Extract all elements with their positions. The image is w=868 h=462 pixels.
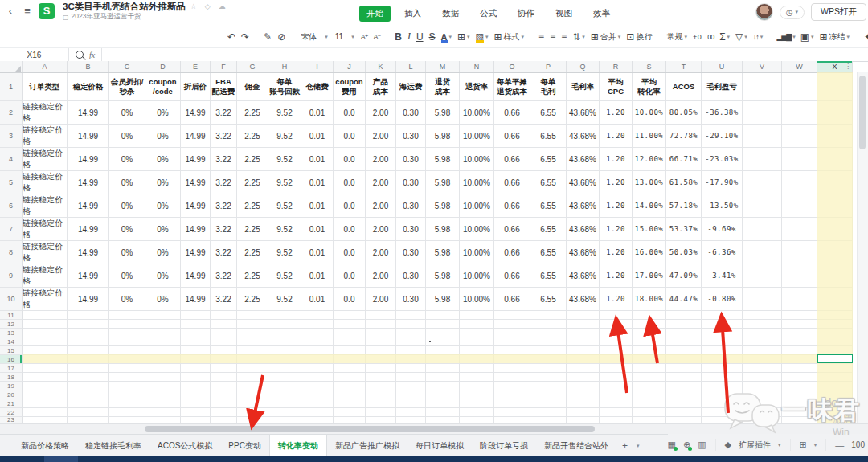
cell-G12[interactable] — [237, 320, 268, 329]
cell-M13[interactable] — [426, 329, 460, 337]
cell-K18[interactable] — [366, 373, 396, 382]
menu-tab-开始[interactable]: 开始 — [359, 6, 391, 22]
cell-B9[interactable]: 14.99 — [68, 264, 109, 288]
cell-T9[interactable]: 47.09% — [666, 264, 702, 288]
cell-J21[interactable] — [334, 399, 366, 408]
column-header-E[interactable]: E — [181, 61, 211, 72]
cell-I5[interactable]: 0.01 — [301, 171, 334, 194]
cell-W4[interactable] — [782, 148, 817, 171]
cell-E8[interactable]: 14.99 — [181, 241, 211, 264]
view-mode-icon[interactable]: ⊞ — [800, 440, 807, 450]
cell-R3[interactable]: 1.20 — [600, 125, 633, 148]
wrap-text-button[interactable]: ⊡换行 — [626, 31, 652, 43]
cell-P1[interactable]: 每单毛利 — [530, 73, 567, 101]
cell-D2[interactable]: 0% — [145, 101, 181, 125]
cell-G9[interactable]: 2.25 — [237, 264, 268, 288]
open-in-wps-button[interactable]: WPS打开 — [811, 3, 866, 21]
cell-F3[interactable]: 3.22 — [211, 125, 237, 148]
cell-Q19[interactable] — [567, 382, 600, 390]
cell-M5[interactable]: 5.98 — [426, 171, 460, 194]
cell-X10[interactable] — [817, 288, 853, 311]
cell-B16[interactable] — [68, 355, 109, 364]
cell-N6[interactable]: 10.00% — [460, 194, 494, 218]
cell-T18[interactable] — [666, 373, 702, 382]
cell-E14[interactable] — [181, 337, 211, 346]
cell-P9[interactable]: 6.55 — [530, 264, 567, 288]
cell-D6[interactable]: 0% — [145, 194, 181, 218]
cell-S21[interactable] — [633, 399, 666, 408]
sheet-tab-新品广告推广模拟[interactable]: 新品广告推广模拟 — [327, 435, 407, 456]
cell-R21[interactable] — [600, 399, 633, 408]
cell-X22[interactable] — [817, 408, 853, 417]
cell-T12[interactable] — [666, 320, 702, 329]
cell-A22[interactable] — [23, 408, 68, 417]
cell-B13[interactable] — [68, 329, 109, 337]
cell-A18[interactable] — [23, 373, 68, 382]
cell-U10[interactable]: -0.80% — [702, 288, 743, 311]
font-color-button[interactable]: A▾ — [441, 32, 452, 42]
column-header-Q[interactable]: Q — [567, 61, 600, 72]
cell-J7[interactable]: 0.0 — [334, 218, 366, 241]
cell-T17[interactable] — [666, 364, 702, 373]
cell-D17[interactable] — [145, 364, 181, 373]
column-header-S[interactable]: S — [633, 61, 666, 72]
cell-I13[interactable] — [301, 329, 334, 337]
cell-X6[interactable] — [817, 194, 853, 218]
cell-A16[interactable] — [23, 355, 68, 364]
menu-tab-效率[interactable]: 效率 — [586, 6, 617, 22]
cell-W17[interactable] — [782, 364, 817, 373]
cell-C23[interactable] — [109, 417, 145, 423]
cell-R1[interactable]: 平均CPC — [600, 73, 633, 101]
cell-N3[interactable]: 10.00% — [460, 125, 494, 148]
cell-B17[interactable] — [68, 364, 109, 373]
cell-S23[interactable] — [633, 417, 666, 423]
cell-A17[interactable] — [23, 364, 68, 373]
cell-A5[interactable]: 链接稳定价格 — [23, 171, 68, 194]
cell-Q6[interactable]: 43.68% — [567, 194, 600, 218]
cell-I20[interactable] — [301, 390, 334, 399]
cell-K2[interactable]: 2.00 — [366, 101, 396, 125]
cell-M4[interactable]: 5.98 — [426, 148, 460, 171]
cell-L3[interactable]: 0.30 — [396, 125, 426, 148]
cell-J20[interactable] — [334, 390, 366, 399]
cell-V19[interactable] — [743, 382, 782, 390]
cell-O1[interactable]: 每单平摊退货成本 — [494, 73, 530, 101]
cell-Q23[interactable] — [567, 417, 600, 423]
cell-B2[interactable]: 14.99 — [68, 101, 109, 125]
cell-H14[interactable] — [268, 337, 301, 346]
cell-G19[interactable] — [237, 382, 268, 390]
vertical-align-button[interactable]: ⇅▾ — [572, 31, 585, 43]
cell-I19[interactable] — [301, 382, 334, 390]
cell-W2[interactable] — [782, 101, 817, 125]
cell-L7[interactable]: 0.30 — [396, 218, 426, 241]
cell-T20[interactable] — [666, 390, 702, 399]
cell-N23[interactable] — [460, 417, 494, 423]
cell-S2[interactable]: 10.00% — [633, 101, 666, 125]
cell-H6[interactable]: 9.52 — [268, 194, 301, 218]
underline-button[interactable]: U — [416, 31, 424, 43]
cell-W6[interactable] — [782, 194, 817, 218]
decrease-decimal-button[interactable]: .00 — [706, 33, 714, 41]
cell-H2[interactable]: 9.52 — [268, 101, 301, 125]
cell-K21[interactable] — [366, 399, 396, 408]
cell-W3[interactable] — [782, 125, 817, 148]
cell-D3[interactable]: 0% — [145, 125, 181, 148]
cell-G22[interactable] — [237, 408, 268, 417]
cell-E4[interactable]: 14.99 — [181, 148, 211, 171]
cell-S10[interactable]: 18.00% — [633, 288, 666, 311]
cell-O2[interactable]: 0.66 — [494, 101, 530, 125]
sheet-tab-PPC变动[interactable]: PPC变动 — [220, 435, 269, 456]
cell-I17[interactable] — [301, 364, 334, 373]
cell-H10[interactable]: 9.52 — [268, 288, 301, 311]
cell-D14[interactable] — [145, 337, 181, 346]
cell-B22[interactable] — [68, 408, 109, 417]
cell-K1[interactable]: 产品成本 — [366, 73, 396, 101]
cell-V13[interactable] — [743, 329, 782, 337]
cell-L19[interactable] — [396, 382, 426, 390]
cell-X1[interactable] — [817, 73, 853, 101]
column-header-X[interactable]: X⋮ — [817, 61, 853, 72]
cell-N12[interactable] — [460, 320, 494, 329]
cell-V8[interactable] — [743, 241, 782, 264]
cell-P21[interactable] — [530, 399, 567, 408]
cell-K15[interactable] — [366, 346, 396, 355]
